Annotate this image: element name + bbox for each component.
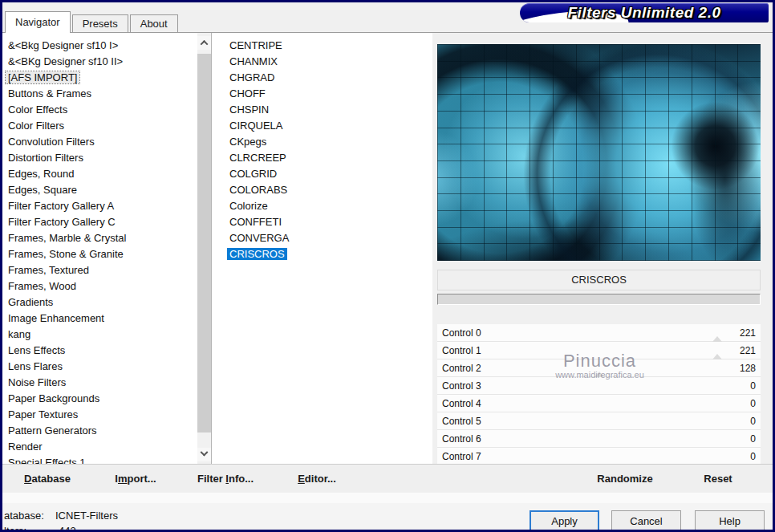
- category-item[interactable]: Lens Effects: [2, 343, 197, 359]
- category-item[interactable]: Frames, Stone & Granite: [2, 246, 197, 262]
- category-item[interactable]: Color Effects: [2, 102, 197, 118]
- control-label: Control 3: [442, 380, 481, 392]
- filter-item-label: CHOFF: [227, 87, 268, 99]
- filter-item[interactable]: CHOFF: [212, 86, 434, 102]
- filter-item[interactable]: CIRQUELA: [212, 118, 434, 134]
- category-item[interactable]: Filter Factory Gallery A: [2, 198, 197, 214]
- slider-thumb-icon[interactable]: [712, 336, 722, 342]
- scrollbar-thumb[interactable]: [197, 54, 211, 433]
- category-item[interactable]: Color Filters: [2, 118, 197, 134]
- category-item[interactable]: Paper Textures: [2, 407, 197, 423]
- chevron-down-icon: [201, 449, 209, 457]
- filter-item-label: CONVERGA: [227, 232, 291, 244]
- control-slider-row[interactable]: Control 0221: [437, 324, 761, 342]
- control-value: 0: [750, 433, 756, 445]
- control-slider-row[interactable]: Control 60: [437, 430, 761, 448]
- category-item[interactable]: Render: [2, 439, 197, 455]
- category-item[interactable]: Gradients: [2, 294, 197, 311]
- category-item-label: Paper Backgrounds: [6, 392, 102, 404]
- filter-item-label: CLRCREEP: [227, 152, 289, 164]
- category-item[interactable]: Distortion Filters: [2, 150, 197, 166]
- control-slider-row[interactable]: Control 70: [437, 448, 761, 465]
- category-item-label: Image Enhancement: [6, 312, 107, 324]
- status-label: atabase:: [4, 510, 44, 522]
- category-item-label: Filter Factory Gallery A: [6, 200, 116, 212]
- bottom-bar: atabase:ICNET-Filterslters:443ApplyCance…: [2, 503, 773, 530]
- category-item[interactable]: Lens Flares: [2, 359, 197, 375]
- toolbar-strip: DatabaseImport...Filter Info...Editor...…: [2, 464, 773, 493]
- toolbar-button-reset[interactable]: Reset: [704, 473, 732, 485]
- filter-item[interactable]: COLGRID: [212, 166, 434, 182]
- filter-item[interactable]: CRISCROS: [212, 246, 434, 262]
- control-slider-row[interactable]: Control 50: [437, 412, 761, 430]
- category-item-label: Lens Flares: [6, 360, 65, 372]
- preview-panel: CRISCROS Control 0221Control 1221Control…: [432, 33, 773, 464]
- toolbar-button-editor[interactable]: Editor...: [298, 473, 336, 485]
- control-value: 221: [740, 345, 756, 356]
- filters-unlimited-window: Filters Unlimited 2.0 NavigatorPresetsAb…: [0, 0, 775, 532]
- category-item-label: &<Bkg Designer sf10 I>: [6, 39, 120, 51]
- category-item[interactable]: Edges, Round: [2, 166, 197, 182]
- category-item[interactable]: Convolution Filters: [2, 134, 197, 150]
- category-item[interactable]: &<BKg Designer sf10 II>: [2, 54, 197, 70]
- category-item[interactable]: Edges, Square: [2, 182, 197, 198]
- control-slider-row[interactable]: Control 1221: [437, 342, 761, 359]
- slider-thumb-icon[interactable]: [594, 372, 604, 377]
- control-label: Control 4: [442, 398, 481, 409]
- category-item-label: Frames, Stone & Granite: [6, 248, 126, 260]
- status-value: ICNET-Filters: [55, 510, 118, 522]
- category-listbox[interactable]: &<Bkg Designer sf10 I>&<BKg Designer sf1…: [2, 33, 212, 464]
- filter-item[interactable]: Colorize: [212, 198, 434, 214]
- control-label: Control 1: [442, 345, 481, 356]
- category-scrollbar[interactable]: [197, 33, 211, 464]
- filter-item-label: CKpegs: [227, 136, 269, 148]
- filter-preview-image[interactable]: [437, 44, 761, 261]
- toolbar-button-import[interactable]: Import...: [115, 473, 156, 485]
- filter-item[interactable]: CHANMIX: [212, 54, 434, 70]
- help-button[interactable]: Help: [695, 510, 765, 530]
- filter-item[interactable]: CONVERGA: [212, 230, 434, 246]
- category-item[interactable]: Image Enhancement: [2, 311, 197, 327]
- category-item-label: Buttons & Frames: [6, 87, 94, 99]
- control-label: Control 6: [442, 433, 481, 445]
- tab-about[interactable]: About: [130, 14, 178, 33]
- filter-item[interactable]: COLORABS: [212, 182, 434, 198]
- filter-item[interactable]: CLRCREEP: [212, 150, 434, 166]
- control-slider-row[interactable]: Control 2128: [437, 359, 761, 377]
- category-item[interactable]: Pattern Generators: [2, 423, 197, 439]
- control-slider-row[interactable]: Control 40: [437, 395, 761, 412]
- category-item[interactable]: [AFS IMPORT]: [2, 70, 197, 86]
- category-item-label: Render: [6, 441, 45, 453]
- filter-item[interactable]: CENTRIPE: [212, 38, 434, 54]
- category-item-label: Gradients: [6, 296, 55, 308]
- control-value: 0: [750, 398, 756, 409]
- tab-navigator[interactable]: Navigator: [5, 11, 71, 33]
- filter-item[interactable]: CHGRAD: [212, 70, 434, 86]
- category-item[interactable]: Special Effects 1: [2, 455, 197, 464]
- category-item[interactable]: Frames, Marble & Crystal: [2, 230, 197, 246]
- preview-grid-overlay: [437, 44, 761, 261]
- filter-item[interactable]: CKpegs: [212, 134, 434, 150]
- category-item[interactable]: Noise Filters: [2, 375, 197, 391]
- category-item[interactable]: &<Bkg Designer sf10 I>: [2, 38, 197, 54]
- apply-button[interactable]: Apply: [530, 510, 599, 530]
- toolbar-button-randomize[interactable]: Randomize: [597, 473, 652, 485]
- tab-presets[interactable]: Presets: [72, 14, 128, 33]
- scroll-up-button[interactable]: [197, 36, 211, 50]
- toolbar-button-filter-info[interactable]: Filter Info...: [197, 473, 254, 485]
- category-item[interactable]: Filter Factory Gallery C: [2, 214, 197, 230]
- scroll-down-button[interactable]: [197, 448, 211, 461]
- slider-thumb-icon[interactable]: [712, 354, 722, 359]
- category-item[interactable]: Paper Backgrounds: [2, 391, 197, 407]
- filter-listbox[interactable]: CENTRIPECHANMIXCHGRADCHOFFCHSPINCIRQUELA…: [212, 33, 435, 464]
- filter-item[interactable]: CONFFETI: [212, 214, 434, 230]
- category-item[interactable]: Buttons & Frames: [2, 86, 197, 102]
- category-item[interactable]: Frames, Wood: [2, 278, 197, 294]
- category-item-label: &<BKg Designer sf10 II>: [6, 55, 125, 67]
- filter-item[interactable]: CHSPIN: [212, 102, 434, 118]
- control-slider-row[interactable]: Control 30: [437, 377, 761, 395]
- category-item[interactable]: Frames, Textured: [2, 262, 197, 278]
- category-item[interactable]: kang: [2, 327, 197, 343]
- toolbar-button-database[interactable]: Database: [24, 473, 71, 485]
- cancel-button[interactable]: Cancel: [611, 510, 681, 530]
